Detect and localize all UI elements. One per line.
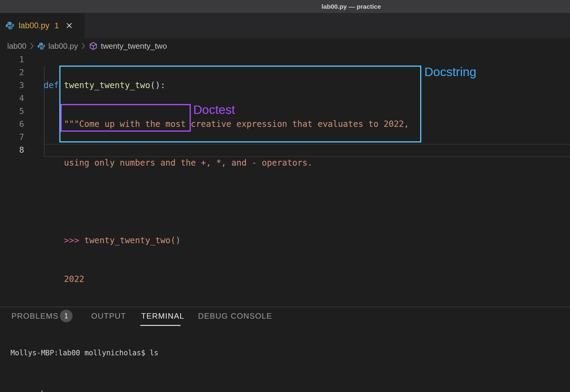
doctest-annotation-label: Doctest xyxy=(193,103,235,117)
tab-lab00-py[interactable]: lab00.py 1 xyxy=(0,13,85,38)
doctest-prompt: >>> xyxy=(64,235,79,245)
keyword-def: def xyxy=(44,80,64,90)
line-number: 5 xyxy=(0,105,24,118)
panel-tab-output[interactable]: OUTPUT xyxy=(91,311,126,320)
code-editor[interactable]: 1 2 3 4 5 6 7 8 def twenty_twenty_two():… xyxy=(0,53,570,307)
tab-bar: lab00.py 1 xyxy=(0,13,570,38)
line-number: 4 xyxy=(0,92,24,105)
python-icon xyxy=(37,42,45,50)
symbol-cube-icon xyxy=(89,41,98,51)
line-number: 2 xyxy=(0,66,24,79)
chevron-right-icon xyxy=(81,42,86,50)
close-icon[interactable] xyxy=(66,22,73,29)
breadcrumb-folder[interactable]: lab00 xyxy=(7,41,26,51)
line-number: 3 xyxy=(0,79,24,92)
breadcrumb-symbol[interactable]: twenty_twenty_two xyxy=(101,41,167,51)
line-numbers: 1 2 3 4 5 6 7 8 xyxy=(0,53,24,156)
function-name: twenty_twenty_two xyxy=(64,80,150,90)
doctest-call: twenty_twenty_two() xyxy=(79,235,181,245)
code-line: >>> twenty_twenty_two() xyxy=(44,234,409,247)
code-line-empty xyxy=(44,195,409,208)
window-title: lab00.py — practice xyxy=(321,3,381,10)
line-number: 1 xyxy=(0,53,24,66)
indent xyxy=(44,235,64,245)
panel-tab-terminal[interactable]: TERMINAL xyxy=(141,311,184,320)
code-line: """Come up with the most creative expres… xyxy=(44,118,409,130)
python-icon xyxy=(5,21,14,30)
chevron-right-icon xyxy=(29,42,34,50)
code-line: def twenty_twenty_two(): xyxy=(44,79,409,92)
code-line: 2022 xyxy=(44,273,409,286)
terminal-line: __pycache__ lab00.py parsons tests xyxy=(11,376,552,388)
ls-entry: __pycache__ xyxy=(11,388,58,392)
problems-count-badge: 1 xyxy=(60,310,73,322)
punctuation: (): xyxy=(150,80,166,90)
tab-label: lab00.py xyxy=(19,21,49,30)
code-line: using only numbers and the +, *, and - o… xyxy=(44,156,409,169)
vscode-window: lab00.py — practice lab00.py 1 lab00 xyxy=(0,0,570,392)
panel-tab-debug-console[interactable]: DEBUG CONSOLE xyxy=(198,311,272,320)
tab-modified-count: 1 xyxy=(54,21,59,30)
terminal-output[interactable]: Mollys-MBP:lab00 mollynicholas$ ls __pyc… xyxy=(11,330,552,392)
title-bar: lab00.py — practice xyxy=(0,0,570,13)
panel-tab-problems[interactable]: PROBLEMS xyxy=(11,311,59,320)
line-number: 6 xyxy=(0,118,24,130)
docstring-annotation-label: Docstring xyxy=(424,65,476,79)
line-number: 7 xyxy=(0,130,24,143)
breadcrumb: lab00 lab00.py twenty_twenty_two xyxy=(7,39,167,53)
bottom-panel: PROBLEMS 1 OUTPUT TERMINAL DEBUG CONSOLE… xyxy=(0,307,570,392)
breadcrumb-file[interactable]: lab00.py xyxy=(48,41,78,51)
doctest-expected: 2022 xyxy=(44,274,84,284)
docstring-text: """Come up with the most creative expres… xyxy=(44,119,409,129)
active-panel-tab-underline xyxy=(140,325,181,326)
line-number-active: 8 xyxy=(0,143,24,156)
docstring-text: using only numbers and the +, *, and - o… xyxy=(44,158,312,168)
terminal-line: Mollys-MBP:lab00 mollynicholas$ ls xyxy=(11,347,552,359)
